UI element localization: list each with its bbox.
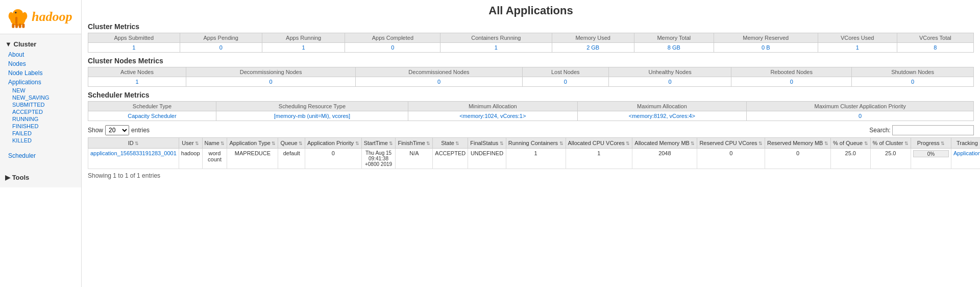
app-header-6[interactable]: StartTime ⇅ bbox=[361, 138, 396, 149]
cluster-nodes-metrics-title: Cluster Nodes Metrics bbox=[88, 57, 974, 65]
svg-rect-7 bbox=[15, 23, 18, 28]
app-header-5[interactable]: Application Priority ⇅ bbox=[305, 138, 362, 149]
svg-rect-6 bbox=[12, 23, 14, 28]
app-header-0[interactable]: ID ⇅ bbox=[88, 138, 179, 149]
cluster-metrics-value-3: 0 bbox=[345, 43, 440, 53]
cluster-nodes-value-6: 0 bbox=[852, 77, 974, 87]
svg-rect-9 bbox=[22, 23, 24, 28]
scheduler-header-4: Maximum Cluster Application Priority bbox=[747, 102, 974, 111]
cluster-nodes-header-4: Unhealthy Nodes bbox=[608, 67, 731, 77]
sort-icon-6: ⇅ bbox=[388, 141, 394, 146]
sort-icon-13: ⇅ bbox=[757, 141, 763, 146]
logo-area: hadoop bbox=[0, 0, 81, 34]
entries-label: entries bbox=[131, 127, 150, 134]
cluster-section[interactable]: ▼ Cluster bbox=[0, 38, 81, 50]
cluster-label: Cluster bbox=[14, 40, 37, 48]
sidebar-item-failed[interactable]: FAILED bbox=[0, 130, 81, 137]
cluster-metrics-value-5: 2 GB bbox=[552, 43, 634, 53]
sidebar-item-applications[interactable]: Applications bbox=[0, 78, 81, 87]
sort-icon-14: ⇅ bbox=[823, 141, 828, 146]
cluster-metrics-value-4: 1 bbox=[440, 43, 552, 53]
scheduler-value-3: <memory:8192, vCores:4> bbox=[577, 111, 747, 121]
sidebar-item-accepted[interactable]: ACCEPTED bbox=[0, 108, 81, 115]
table-footer: Showing 1 to 1 of 1 entries bbox=[88, 172, 974, 179]
app-header-2[interactable]: Name ⇅ bbox=[202, 138, 227, 149]
sidebar-item-nodes[interactable]: Nodes bbox=[0, 59, 81, 68]
sidebar-item-new-saving[interactable]: NEW_SAVING bbox=[0, 94, 81, 101]
app-header-4[interactable]: Queue ⇅ bbox=[278, 138, 305, 149]
sidebar-item-scheduler[interactable]: Scheduler bbox=[0, 151, 81, 160]
sidebar-item-killed[interactable]: KILLED bbox=[0, 137, 81, 144]
progress-bar: 0% bbox=[913, 150, 949, 157]
sidebar-item-about[interactable]: About bbox=[0, 50, 81, 59]
app-cell-0-11: 1 bbox=[566, 149, 632, 169]
app-header-15[interactable]: % of Queue ⇅ bbox=[830, 138, 870, 149]
app-header-13[interactable]: Reserved CPU VCores ⇅ bbox=[697, 138, 765, 149]
cluster-nodes-value-2: 0 bbox=[356, 77, 522, 87]
show-select[interactable]: 102050100 bbox=[105, 125, 129, 135]
hadoop-elephant-icon bbox=[5, 4, 31, 30]
app-header-3[interactable]: Application Type ⇅ bbox=[227, 138, 278, 149]
hadoop-logo-text: hadoop bbox=[32, 9, 72, 25]
scheduler-value-0: Capacity Scheduler bbox=[88, 111, 216, 121]
sort-icon-7: ⇅ bbox=[425, 141, 431, 146]
cluster-metrics-title: Cluster Metrics bbox=[88, 22, 974, 31]
app-header-17[interactable]: Progress ⇅ bbox=[911, 138, 951, 149]
cluster-metrics-header-1: Apps Pending bbox=[180, 33, 262, 43]
app-cell-0-1: hadoop bbox=[179, 149, 202, 169]
cluster-metrics-header-5: Memory Used bbox=[552, 33, 634, 43]
sort-icon-16: ⇅ bbox=[903, 141, 909, 146]
search-input[interactable] bbox=[892, 125, 974, 135]
svg-point-3 bbox=[22, 12, 27, 20]
search-label: Search: bbox=[869, 127, 890, 134]
app-header-1[interactable]: User ⇅ bbox=[179, 138, 202, 149]
app-header-8[interactable]: State ⇅ bbox=[433, 138, 468, 149]
app-header-18: Tracking bbox=[951, 138, 980, 149]
tracking-link[interactable]: Application bbox=[953, 150, 980, 156]
app-header-12[interactable]: Allocated Memory MB ⇅ bbox=[632, 138, 697, 149]
sort-icon-0: ⇅ bbox=[134, 141, 139, 146]
sort-icon-15: ⇅ bbox=[863, 141, 868, 146]
sidebar-item-new[interactable]: NEW bbox=[0, 87, 81, 94]
sidebar-item-node-labels[interactable]: Node Labels bbox=[0, 68, 81, 78]
app-header-16[interactable]: % of Cluster ⇅ bbox=[870, 138, 911, 149]
sort-icon-4: ⇅ bbox=[298, 141, 303, 146]
scheduler-metrics-table: Scheduler TypeScheduling Resource TypeMi… bbox=[88, 101, 974, 121]
scheduler-header-3: Maximum Allocation bbox=[577, 102, 747, 111]
tools-section[interactable]: ▶ Tools bbox=[0, 172, 81, 183]
cluster-metrics-value-0: 1 bbox=[88, 43, 180, 53]
table-controls: Show 102050100 entries Search: bbox=[88, 125, 974, 135]
sidebar-item-finished[interactable]: FINISHED bbox=[0, 123, 81, 130]
cluster-nodes-header-0: Active Nodes bbox=[88, 67, 186, 77]
app-header-7[interactable]: FinishTime ⇅ bbox=[396, 138, 433, 149]
app-cell-0-14: 0 bbox=[765, 149, 831, 169]
sort-icon-8: ⇅ bbox=[454, 141, 460, 146]
svg-point-5 bbox=[15, 12, 16, 13]
table-row: application_1565833191283_0001hadoopword… bbox=[88, 149, 981, 169]
scheduler-value-4: 0 bbox=[747, 111, 974, 121]
app-header-11[interactable]: Allocated CPU VCores ⇅ bbox=[566, 138, 632, 149]
svg-point-1 bbox=[13, 9, 23, 18]
app-cell-0-5: 0 bbox=[305, 149, 362, 169]
cluster-arrow-icon: ▼ bbox=[5, 40, 12, 48]
app-header-9[interactable]: FinalStatus ⇅ bbox=[468, 138, 506, 149]
cluster-metrics-table: Apps SubmittedApps PendingApps RunningAp… bbox=[88, 33, 974, 53]
show-entries: Show 102050100 entries bbox=[88, 125, 150, 135]
scheduler-value-2: <memory:1024, vCores:1> bbox=[408, 111, 578, 121]
app-header-10[interactable]: Running Containers ⇅ bbox=[506, 138, 566, 149]
cluster-nodes-value-5: 0 bbox=[731, 77, 852, 87]
app-cell-0-9: UNDEFINED bbox=[468, 149, 506, 169]
cluster-nodes-header-6: Shutdown Nodes bbox=[852, 67, 974, 77]
sidebar-item-running[interactable]: RUNNING bbox=[0, 115, 81, 123]
sort-icon-12: ⇅ bbox=[690, 141, 695, 146]
sidebar-item-submitted[interactable]: SUBMITTED bbox=[0, 101, 81, 108]
app-cell-0-0: application_1565833191283_0001 bbox=[88, 149, 179, 169]
cluster-metrics-value-8: 1 bbox=[818, 43, 897, 53]
svg-rect-4 bbox=[15, 17, 17, 23]
app-header-14[interactable]: Reserved Memory MB ⇅ bbox=[765, 138, 831, 149]
app-cell-0-2: word count bbox=[202, 149, 227, 169]
app-cell-0-16: 25.0 bbox=[870, 149, 911, 169]
cluster-nodes-value-3: 0 bbox=[522, 77, 608, 87]
app-id-link[interactable]: application_1565833191283_0001 bbox=[90, 150, 177, 156]
tools-label: Tools bbox=[12, 174, 30, 181]
